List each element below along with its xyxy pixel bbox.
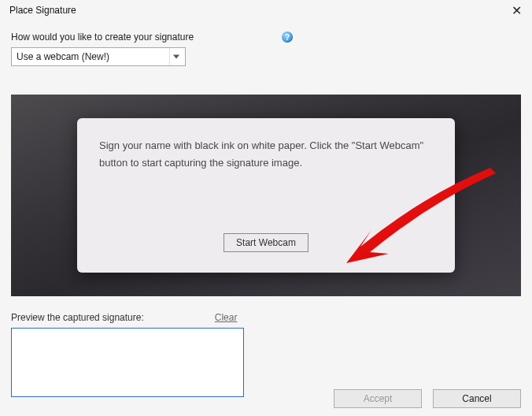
window-title: Place Signature	[9, 5, 76, 16]
signature-preview-box	[11, 328, 244, 397]
instruction-card: Sign your name with black ink on white p…	[77, 118, 455, 273]
question-row: How would you like to create your signat…	[11, 32, 521, 43]
preview-label: Preview the captured signature:	[11, 312, 144, 323]
close-icon[interactable]: ✕	[507, 2, 526, 18]
dialog-footer: Accept Cancel	[334, 389, 521, 408]
start-webcam-button[interactable]: Start Webcam	[224, 233, 308, 252]
cancel-label: Cancel	[462, 393, 491, 404]
annotation-arrow-icon	[313, 164, 502, 274]
accept-button: Accept	[334, 389, 422, 408]
chevron-down-icon	[169, 48, 182, 65]
dropdown-selected-value: Use a webcam (New!)	[17, 51, 109, 62]
accept-label: Accept	[364, 393, 393, 404]
preview-header-row: Preview the captured signature: Clear	[11, 312, 521, 323]
cancel-button[interactable]: Cancel	[433, 389, 521, 408]
webcam-capture-area: Sign your name with black ink on white p…	[11, 95, 521, 296]
start-webcam-label: Start Webcam	[236, 237, 296, 248]
question-label: How would you like to create your signat…	[11, 32, 194, 43]
help-icon[interactable]: ?	[282, 32, 293, 43]
signature-method-dropdown[interactable]: Use a webcam (New!)	[11, 47, 186, 66]
dialog-content: How would you like to create your signat…	[0, 20, 532, 397]
titlebar: Place Signature ✕	[0, 0, 532, 20]
clear-link[interactable]: Clear	[215, 312, 238, 323]
instruction-text: Sign your name with black ink on white p…	[99, 137, 433, 172]
